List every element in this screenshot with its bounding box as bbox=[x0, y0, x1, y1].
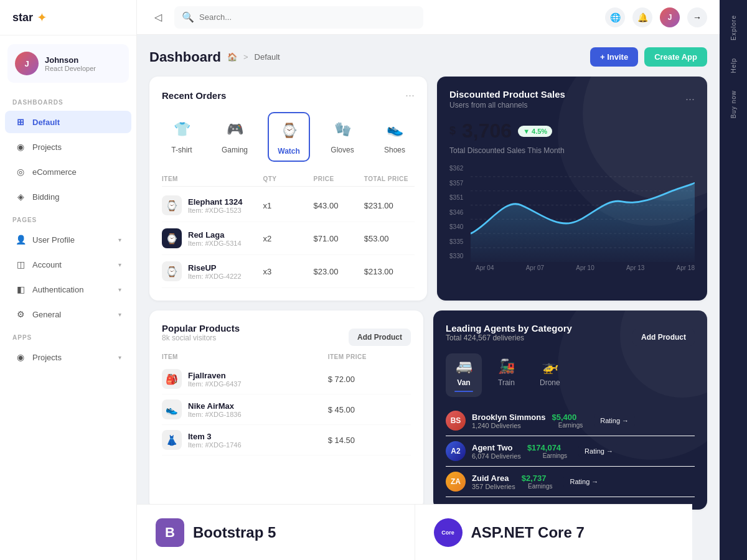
tab-label: T-shirt bbox=[171, 146, 192, 154]
help-button[interactable]: Help bbox=[725, 49, 742, 82]
card-title: Discounted Product Sales bbox=[449, 89, 565, 100]
sidebar-item-label: Bidding bbox=[32, 192, 59, 202]
sidebar-item-ecommerce[interactable]: ◎ eCommerce bbox=[5, 161, 131, 183]
sidebar-item-default[interactable]: ⊞ Default bbox=[5, 111, 131, 133]
item-qty: x1 bbox=[263, 201, 313, 210]
drone-icon: 🚁 bbox=[542, 358, 558, 375]
gloves-icon: 🧤 bbox=[330, 117, 355, 142]
la-tab-label: Train bbox=[498, 378, 515, 387]
item-price: $71.00 bbox=[314, 234, 364, 243]
ecommerce-icon: ◎ bbox=[15, 166, 26, 177]
agent-row: BS Brooklyn Simmons 1,240 Deliveries $5,… bbox=[446, 406, 695, 436]
tshirt-icon: 👕 bbox=[169, 117, 194, 142]
agent-earnings-section: $2,737 Earnings bbox=[522, 474, 553, 490]
user-info: Johnson React Developer bbox=[45, 55, 96, 72]
card-subtitle: Users from all channels bbox=[449, 101, 565, 110]
topbar-avatar[interactable]: J bbox=[660, 7, 680, 27]
tab-tshirt[interactable]: 👕 T-shirt bbox=[162, 112, 202, 162]
sidebar-item-projects-app[interactable]: ◉ Projects ▾ bbox=[5, 346, 131, 368]
sidebar-item-label: General bbox=[32, 310, 61, 319]
product-icon: 🎒 bbox=[162, 369, 182, 389]
item-price: $ 45.00 bbox=[328, 405, 411, 414]
logo: star ✦ bbox=[0, 0, 136, 35]
globe-icon[interactable]: 🌐 bbox=[605, 7, 625, 27]
item-info: ⌚ Elephant 1324 Item: #XDG-1523 bbox=[162, 195, 263, 215]
sales-amount: 3,706 bbox=[462, 119, 512, 142]
item-price: $ 14.50 bbox=[328, 436, 411, 445]
item-details: Fjallraven Item: #XDG-6437 bbox=[188, 371, 242, 388]
tab-gloves[interactable]: 🧤 Gloves bbox=[322, 112, 362, 162]
sales-dollar: $ bbox=[449, 124, 456, 138]
col-total: TOTAL PRICE bbox=[364, 175, 415, 182]
section-label-apps: APPS bbox=[0, 327, 136, 345]
user-icon: 👤 bbox=[15, 234, 26, 245]
pp-title: Popular Products bbox=[162, 323, 240, 334]
sidebar-item-label: User Profile bbox=[32, 235, 75, 245]
search-input[interactable] bbox=[199, 12, 416, 22]
arrow-right-icon[interactable]: → bbox=[687, 7, 707, 27]
chart-x-labels: Apr 04 Apr 07 Apr 10 Apr 13 Apr 18 bbox=[476, 264, 695, 271]
agent-row: A2 Agent Two 6,074 Deliveries $174,074 E… bbox=[446, 436, 695, 467]
sidebar-item-account[interactable]: ◫ Account ▾ bbox=[5, 253, 131, 276]
agent-name: Brooklyn Simmons bbox=[472, 413, 545, 422]
tab-gaming[interactable]: 🎮 Gaming bbox=[214, 112, 255, 162]
rating-button[interactable]: Rating → bbox=[578, 444, 619, 458]
explore-button[interactable]: Explore bbox=[725, 6, 742, 49]
item-details: Red Laga Item: #XDG-5314 bbox=[188, 230, 242, 247]
invite-button[interactable]: + Invite bbox=[590, 47, 638, 67]
sidebar-item-general[interactable]: ⚙ General ▾ bbox=[5, 303, 131, 325]
cards-row: Recent Orders ··· 👕 T-shirt 🎮 Gaming bbox=[149, 77, 707, 301]
la-title: Leading Agents by Category bbox=[446, 323, 572, 334]
la-tab-train[interactable]: 🚂 Train bbox=[489, 353, 524, 397]
card-title: Recent Orders bbox=[162, 90, 226, 101]
table-row: ⌚ Red Laga Item: #XDG-5314 x2 $71.00 $53… bbox=[162, 222, 415, 255]
item-info: 👗 Item 3 Item: #XDG-1746 bbox=[162, 430, 328, 450]
pp-table-row: 🎒 Fjallraven Item: #XDG-6437 $ 72.00 bbox=[162, 364, 411, 394]
sidebar-item-label: Authentication bbox=[32, 285, 83, 294]
add-product-button[interactable]: Add Product bbox=[349, 329, 411, 346]
main-content: ◁ 🔍 🌐 🔔 J → Dashboard 🏠 > Default + Invi… bbox=[137, 0, 720, 560]
popular-products-card: Popular Products 8k social visitors Add … bbox=[149, 310, 423, 510]
agent-info: Zuid Area 357 Deliveries bbox=[472, 474, 515, 490]
item-info: 👟 Nike AirMax Item: #XDG-1836 bbox=[162, 399, 328, 419]
la-tab-drone[interactable]: 🚁 Drone bbox=[531, 353, 569, 397]
breadcrumb-current: Default bbox=[255, 52, 280, 62]
sidebar-item-authentication[interactable]: ◧ Authentication ▾ bbox=[5, 278, 131, 301]
gaming-icon: 🎮 bbox=[222, 117, 247, 142]
leading-agents-card: Leading Agents by Category Total 424,567… bbox=[433, 310, 707, 510]
item-total: $231.00 bbox=[364, 201, 415, 210]
logo-text: star bbox=[12, 11, 33, 24]
sidebar-item-user-profile[interactable]: 👤 User Profile ▾ bbox=[5, 228, 131, 251]
sidebar-toggle-button[interactable]: ◁ bbox=[149, 9, 167, 26]
sales-badge: ▼ 4.5% bbox=[518, 126, 552, 137]
card-menu-icon[interactable]: ··· bbox=[405, 89, 415, 102]
user-card[interactable]: J Johnson React Developer bbox=[7, 44, 129, 83]
tab-watch[interactable]: ⌚ Watch bbox=[268, 112, 310, 162]
sidebar-item-label: Projects bbox=[32, 142, 62, 152]
sidebar-item-label: eCommerce bbox=[32, 167, 77, 177]
item-details: Nike AirMax Item: #XDG-1836 bbox=[188, 401, 242, 418]
chevron-down-icon: ▾ bbox=[118, 261, 121, 268]
breadcrumb-row: Dashboard 🏠 > Default + Invite Create Ap… bbox=[149, 47, 707, 67]
buy-now-button[interactable]: Buy now bbox=[725, 82, 742, 127]
la-tab-label: Drone bbox=[540, 378, 560, 387]
item-info: ⌚ Red Laga Item: #XDG-5314 bbox=[162, 228, 263, 248]
rating-button[interactable]: Rating → bbox=[594, 414, 635, 427]
la-tab-van[interactable]: 🚐 Van bbox=[446, 353, 482, 397]
sidebar-item-projects[interactable]: ◉ Projects bbox=[5, 136, 131, 158]
projects-app-icon: ◉ bbox=[15, 352, 26, 363]
breadcrumb-actions: + Invite Create App bbox=[590, 47, 707, 67]
notification-icon[interactable]: 🔔 bbox=[632, 7, 652, 27]
tab-shoes[interactable]: 👟 Shoes bbox=[375, 112, 415, 162]
create-app-button[interactable]: Create App bbox=[644, 47, 707, 67]
sidebar-item-label: Default bbox=[32, 118, 60, 127]
col-price: ITEM PRICE bbox=[328, 353, 411, 360]
agent-earnings-section: $174,074 Earnings bbox=[527, 443, 567, 459]
sidebar-item-bidding[interactable]: ◈ Bidding bbox=[5, 185, 131, 208]
bidding-icon: ◈ bbox=[15, 191, 26, 202]
rating-button[interactable]: Rating → bbox=[563, 475, 604, 488]
aspnet-title: ASP.NET Core 7 bbox=[471, 524, 585, 541]
agent-deliveries: 357 Deliveries bbox=[472, 483, 515, 490]
agent-earnings-section: $5,400 Earnings bbox=[552, 413, 583, 429]
product-icon: ⌚ bbox=[162, 195, 182, 215]
